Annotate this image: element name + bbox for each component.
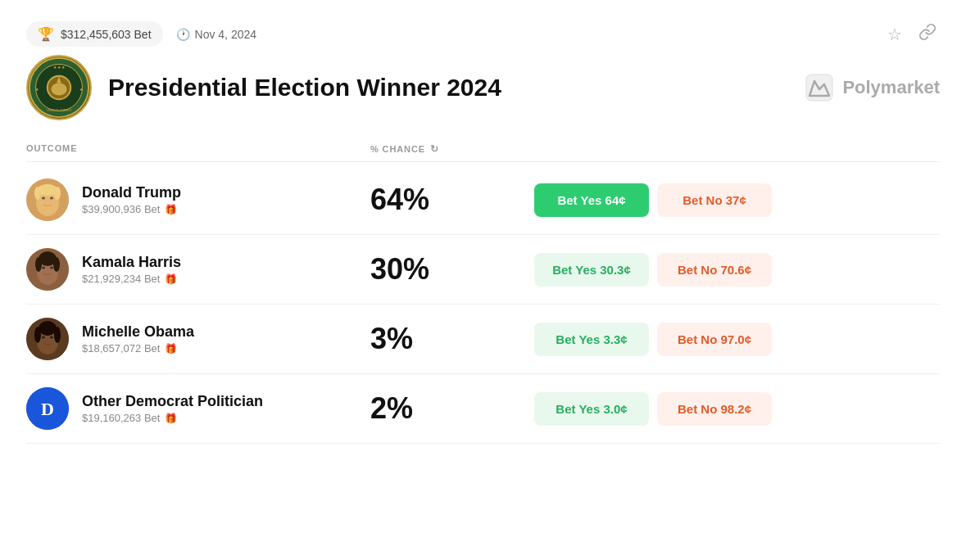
svg-point-24	[35, 257, 42, 272]
avatar-harris	[26, 248, 69, 291]
bet-yes-michelle[interactable]: Bet Yes 3.3¢	[534, 323, 649, 356]
header-meta: 🏆 $312,455,603 Bet 🕐 Nov 4, 2024	[26, 21, 256, 47]
svg-point-17	[54, 187, 61, 200]
candidate-name-trump: Donald Trump	[82, 184, 181, 201]
svg-point-35	[50, 336, 53, 339]
svg-point-33	[54, 327, 61, 343]
svg-point-31	[39, 321, 57, 336]
chance-harris: 30%	[370, 252, 534, 287]
polymarket-name: Polymarket	[842, 77, 940, 98]
svg-point-18	[42, 197, 45, 200]
candidate-name-other: Other Democrat Politician	[82, 393, 263, 410]
date-section: 🕐 Nov 4, 2024	[176, 28, 257, 41]
candidate-cell-harris: Kamala Harris $21,929,234 Bet 🎁	[26, 248, 370, 291]
candidate-name-michelle: Michelle Obama	[82, 323, 194, 341]
clock-icon: 🕐	[176, 28, 190, 41]
header-top-bar: 🏆 $312,455,603 Bet 🕐 Nov 4, 2024 ☆	[26, 20, 940, 48]
svg-point-26	[42, 267, 45, 269]
svg-text:★ ★ ★: ★ ★ ★	[53, 65, 66, 70]
svg-point-4	[52, 83, 67, 95]
candidate-info-trump: Donald Trump $39,900,936 Bet 🎁	[82, 184, 181, 215]
outcome-row-other: D Other Democrat Politician $19,160,263 …	[26, 374, 940, 444]
bet-total-badge: 🏆 $312,455,603 Bet	[26, 21, 163, 47]
svg-text:D: D	[41, 399, 54, 419]
candidate-name-harris: Kamala Harris	[82, 254, 181, 271]
chance-michelle: 3%	[370, 322, 534, 356]
chance-other: 2%	[370, 391, 534, 426]
bet-amount-other: $19,160,263 Bet 🎁	[82, 412, 263, 424]
gift-icon-michelle[interactable]: 🎁	[165, 343, 177, 355]
svg-text:UNITED STATES: UNITED STATES	[47, 109, 71, 112]
svg-point-16	[34, 187, 41, 200]
svg-point-34	[42, 336, 45, 339]
table-header: OUTCOME % CHANCE ↻	[26, 143, 940, 162]
gift-icon-harris[interactable]: 🎁	[165, 273, 177, 285]
col-chance-label: % CHANCE ↻	[370, 143, 534, 155]
polymarket-logo-icon	[805, 73, 834, 102]
trophy-icon: 🏆	[38, 26, 54, 42]
svg-point-25	[53, 257, 60, 272]
chance-trump: 64%	[370, 183, 534, 217]
bet-buttons-trump: Bet Yes 64¢ Bet No 37¢	[534, 183, 940, 217]
bet-buttons-michelle: Bet Yes 3.3¢ Bet No 97.0¢	[534, 323, 940, 356]
page-title: Presidential Election Winner 2024	[108, 74, 788, 102]
refresh-icon[interactable]: ↻	[430, 143, 439, 155]
candidate-info-other: Other Democrat Politician $19,160,263 Be…	[82, 393, 263, 424]
outcome-row-trump: Donald Trump $39,900,936 Bet 🎁 64% Bet Y…	[26, 165, 940, 235]
svg-point-32	[34, 327, 41, 343]
avatar-other-dem: D	[26, 387, 69, 430]
candidate-cell-michelle: Michelle Obama $18,657,072 Bet 🎁	[26, 318, 370, 360]
bet-no-michelle[interactable]: Bet No 97.0¢	[657, 323, 772, 356]
bookmark-button[interactable]: ☆	[884, 21, 905, 47]
bet-yes-trump[interactable]: Bet Yes 64¢	[534, 183, 649, 217]
bet-no-trump[interactable]: Bet No 37¢	[657, 183, 772, 217]
bet-no-harris[interactable]: Bet No 70.6¢	[657, 253, 772, 287]
avatar-trump	[26, 178, 69, 221]
svg-point-19	[50, 197, 53, 200]
bet-no-other[interactable]: Bet No 98.2¢	[657, 392, 772, 426]
gift-icon-other[interactable]: 🎁	[165, 413, 177, 424]
header-actions: ☆	[884, 20, 940, 48]
outcome-row-harris: Kamala Harris $21,929,234 Bet 🎁 30% Bet …	[26, 235, 940, 305]
polymarket-brand: Polymarket	[805, 73, 940, 102]
gift-icon-trump[interactable]: 🎁	[165, 204, 177, 215]
bet-amount-michelle: $18,657,072 Bet 🎁	[82, 342, 194, 355]
bet-yes-harris[interactable]: Bet Yes 30.3¢	[534, 253, 649, 287]
bet-amount-harris: $21,929,234 Bet 🎁	[82, 273, 181, 285]
main-header: ★ ★ ★ ★ ★ UNITED STATES Presidential Ele…	[26, 55, 940, 120]
bet-amount-trump: $39,900,936 Bet 🎁	[82, 203, 181, 215]
bet-total-label: $312,455,603 Bet	[61, 28, 152, 41]
svg-point-27	[50, 267, 53, 269]
share-button[interactable]	[915, 20, 940, 48]
col-outcome-label: OUTCOME	[26, 143, 370, 155]
candidate-cell-other: D Other Democrat Politician $19,160,263 …	[26, 387, 370, 430]
outcome-row-michelle: Michelle Obama $18,657,072 Bet 🎁 3% Bet …	[26, 305, 940, 374]
candidate-info-michelle: Michelle Obama $18,657,072 Bet 🎁	[82, 323, 194, 355]
date-label: Nov 4, 2024	[195, 28, 257, 41]
col-actions-label	[534, 143, 940, 155]
candidate-info-harris: Kamala Harris $21,929,234 Bet 🎁	[82, 254, 181, 285]
avatar-michelle	[26, 318, 69, 360]
bet-buttons-harris: Bet Yes 30.3¢ Bet No 70.6¢	[534, 253, 940, 287]
bet-yes-other[interactable]: Bet Yes 3.0¢	[534, 392, 649, 426]
presidential-seal: ★ ★ ★ ★ ★ UNITED STATES	[26, 55, 92, 120]
bet-buttons-other: Bet Yes 3.0¢ Bet No 98.2¢	[534, 392, 940, 426]
candidate-cell-trump: Donald Trump $39,900,936 Bet 🎁	[26, 178, 370, 221]
